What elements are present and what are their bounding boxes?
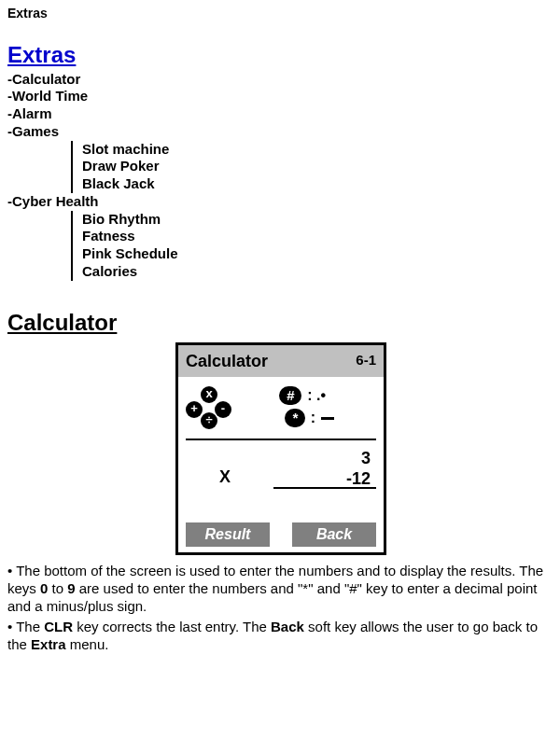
softkey-result[interactable]: Result [186,522,270,547]
key-9: 9 [67,580,75,596]
dpad-cross: x + - ÷ [186,388,231,429]
softkey-row: Result Back [186,522,376,547]
menu-extra: Extra [31,636,66,652]
text: menu. [66,636,109,652]
dpad-down-divide: ÷ [201,412,217,429]
text: to [48,580,67,596]
softkey-back[interactable]: Back [292,522,376,547]
sub-item: Black Jack [77,175,553,193]
section-title: Extras [7,41,553,69]
menu-item-alarm: -Alarm [7,105,553,123]
operator: X [219,467,231,488]
sub-item: Bio Rhythm [77,211,553,229]
calculator-body: x + - ÷ # : .• * : 3 X -12 [178,377,384,552]
sub-item: Slot machine [77,141,553,159]
text: are used to enter the numbers and "*" an… [7,580,538,614]
calculator-display: 3 X -12 [186,448,376,491]
text: • The [7,619,44,634]
dpad-up-multiply: x [201,386,217,403]
sub-item: Pink Schedule [77,245,553,263]
entry-top: 3 [361,448,371,469]
calculator-screen: Calculator 6-1 x + - ÷ # : .• * : [175,342,386,556]
calc-index: 6-1 [356,352,376,369]
calculator-titlebar: Calculator 6-1 [178,345,384,378]
underline-icon [273,487,376,489]
menu-item-cyber: -Cyber Health [7,193,553,211]
key-back: Back [271,619,304,634]
sub-item: Calories [77,263,553,281]
menu-item-worldtime: -World Time [7,88,553,105]
dpad-right-minus: - [215,401,231,418]
cyber-sublist: Bio Rhythm Fatness Pink Schedule Calorie… [7,211,553,281]
sub-item: Fatness [77,228,553,245]
hash-legend: : .• [307,386,326,405]
menu-list: -Calculator -World Time -Alarm -Games Sl… [7,71,553,281]
text: key corrects the last entry. The [73,619,271,634]
sub-item: Draw Poker [77,158,553,175]
dpad-left-plus: + [186,401,203,418]
calc-title: Calculator [186,351,268,372]
menu-item-games: -Games [7,123,553,141]
key-clr: CLR [44,619,73,634]
paragraph-2: • The CLR key corrects the last entry. T… [7,619,553,654]
star-legend: : [311,409,315,427]
key-legend: # : .• * : [234,386,376,431]
minus-symbol-icon [321,417,334,420]
calculator-keyguide: x + - ÷ # : .• * : [186,386,376,431]
calculator-heading: Calculator [7,309,553,337]
star-key-pill: * [285,409,305,427]
hash-key-pill: # [279,386,301,405]
menu-item-calculator: -Calculator [7,71,553,89]
games-sublist: Slot machine Draw Poker Black Jack [7,141,553,193]
paragraph-1: • The bottom of the screen is used to en… [7,563,553,615]
page-small-title: Extras [7,6,553,22]
divider [186,439,376,440]
